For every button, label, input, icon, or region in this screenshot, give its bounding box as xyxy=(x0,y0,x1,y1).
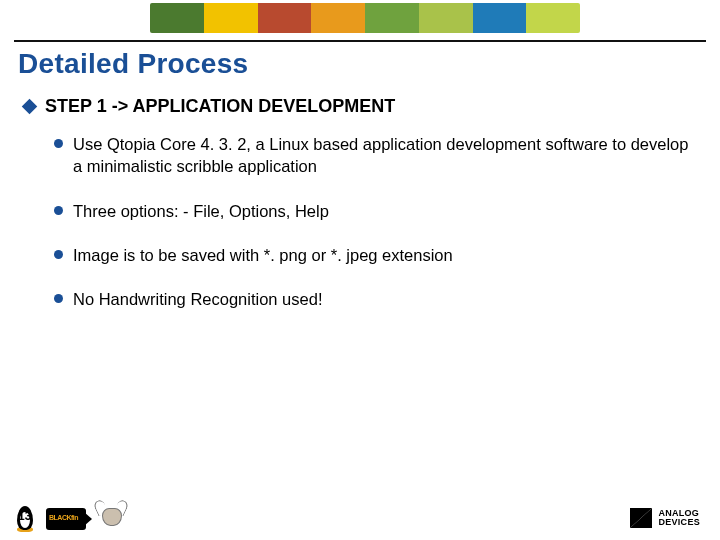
section-heading: STEP 1 -> APPLICATION DEVELOPMENT xyxy=(24,96,696,117)
list-item: Three options: - File, Options, Help xyxy=(54,200,696,222)
list-item: Use Qtopia Core 4. 3. 2, a Linux based a… xyxy=(54,133,696,178)
dot-bullet-icon xyxy=(54,250,63,259)
list-item: No Handwriting Recognition used! xyxy=(54,288,696,310)
adi-line2: DEVICES xyxy=(658,518,700,527)
adi-wordmark: ANALOG DEVICES xyxy=(658,509,700,527)
diamond-bullet-icon xyxy=(22,99,38,115)
page-number: 13 xyxy=(18,509,31,523)
dot-bullet-icon xyxy=(54,139,63,148)
content-area: STEP 1 -> APPLICATION DEVELOPMENT Use Qt… xyxy=(24,96,696,332)
dot-bullet-icon xyxy=(54,206,63,215)
analog-devices-logo: ANALOG DEVICES xyxy=(630,508,700,528)
list-item-text: Image is to be saved with *. png or *. j… xyxy=(73,244,453,266)
blackfin-label: BLACKfin xyxy=(49,514,78,521)
adi-triangle-icon xyxy=(630,508,652,528)
dot-bullet-icon xyxy=(54,294,63,303)
list-item-text: No Handwriting Recognition used! xyxy=(73,288,322,310)
blackfin-logo: BLACKfin xyxy=(46,508,86,530)
top-banner xyxy=(150,3,580,33)
horizontal-rule xyxy=(14,40,706,42)
list-item-text: Use Qtopia Core 4. 3. 2, a Linux based a… xyxy=(73,133,693,178)
list-item-text: Three options: - File, Options, Help xyxy=(73,200,329,222)
section-heading-text: STEP 1 -> APPLICATION DEVELOPMENT xyxy=(45,96,395,117)
list-item: Image is to be saved with *. png or *. j… xyxy=(54,244,696,266)
gnu-icon xyxy=(96,500,126,530)
slide-title: Detailed Process xyxy=(18,48,248,80)
